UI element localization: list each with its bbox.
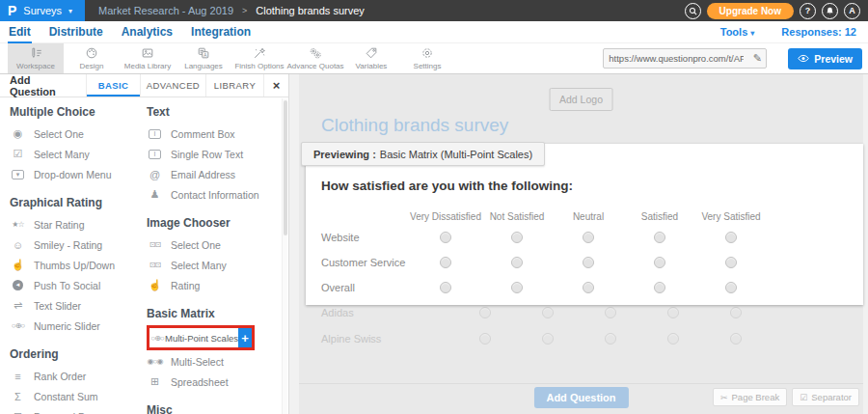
- question-type-smiley-rating[interactable]: ☺ Smiley - Rating: [10, 235, 147, 255]
- nav-tab-integration[interactable]: Integration: [190, 22, 252, 41]
- question-type-text-slider[interactable]: ⇌ Text Slider: [10, 295, 147, 316]
- tab-library[interactable]: LIBRARY: [205, 74, 263, 97]
- question-type-image-select-many[interactable]: ⊡⊡ Select Many: [147, 255, 282, 275]
- question-type-push-to-social[interactable]: ◄ Push To Social: [10, 275, 147, 295]
- question-type-constant-sum[interactable]: Σ Constant Sum: [10, 386, 147, 406]
- panel-body: Multiple Choice ◉ Select One ☑ Select Ma…: [0, 97, 288, 414]
- nav-right: Tools ▾ Responses: 12: [720, 26, 868, 38]
- toolbar-item-variables[interactable]: Variables: [343, 43, 399, 73]
- nav-tab-distribute[interactable]: Distribute: [48, 22, 104, 41]
- question-type-image-rating[interactable]: ☝ Rating: [147, 275, 282, 295]
- help-button[interactable]: ?: [800, 3, 816, 19]
- radio-button[interactable]: [511, 232, 523, 243]
- notifications-button[interactable]: [822, 3, 838, 19]
- questionpro-logo: P: [8, 4, 16, 17]
- radio-button[interactable]: [583, 282, 594, 293]
- previewing-label: Previewing :: [313, 149, 376, 160]
- radio-button[interactable]: [440, 257, 451, 268]
- radio-button[interactable]: [440, 232, 451, 243]
- radio-button[interactable]: [725, 232, 737, 243]
- radio-button[interactable]: [583, 257, 594, 268]
- toolbar-item-languages[interactable]: A Languages: [176, 43, 231, 73]
- question-type-select-one[interactable]: ◉ Select One: [10, 124, 147, 144]
- question-type-comment-box[interactable]: I Comment Box: [147, 124, 282, 144]
- nav-tab-analytics[interactable]: Analytics: [121, 22, 174, 41]
- radio-button[interactable]: [654, 282, 665, 293]
- radio-button[interactable]: [654, 232, 665, 243]
- question-type-contact-information[interactable]: ♟ Contact Information: [147, 184, 282, 205]
- question-type-select-many[interactable]: ☑ Select Many: [10, 144, 147, 164]
- survey-url-input[interactable]: [604, 53, 748, 64]
- tools-menu[interactable]: Tools ▾: [720, 26, 755, 38]
- radio-button: [667, 307, 679, 318]
- section-graphical-rating: Graphical Rating: [10, 196, 147, 209]
- question-type-multi-point-scales[interactable]: ○⊕○ Multi-Point Scales +: [147, 325, 255, 350]
- question-type-rank-order[interactable]: ≡ Rank Order: [10, 366, 147, 386]
- question-type-email-address[interactable]: @ Email Address: [147, 164, 282, 184]
- question-type-thumbs-up-down[interactable]: ☝ Thumbs Up/Down: [10, 255, 147, 275]
- survey-title: Clothing brands survey: [321, 115, 508, 136]
- panel-scrollbar[interactable]: [282, 98, 287, 414]
- question-type-drag-and-drop[interactable]: ⊞ Drag and Drop: [10, 406, 147, 414]
- add-question-button[interactable]: Add Question: [533, 387, 628, 408]
- tab-basic[interactable]: BASIC: [86, 74, 140, 97]
- radio-button[interactable]: [511, 257, 523, 268]
- person-icon: ♟: [147, 188, 163, 201]
- tag-icon: [365, 46, 378, 60]
- separator-icon: ☑: [800, 393, 807, 402]
- chevron-down-icon: ▾: [750, 29, 754, 38]
- radio-button[interactable]: [583, 232, 594, 243]
- drag-icon: ⊞: [10, 410, 26, 414]
- page-break-button[interactable]: ✂ Page Break: [713, 388, 787, 406]
- add-logo-button[interactable]: Add Logo: [549, 88, 613, 111]
- add-question-type-button[interactable]: +: [238, 328, 252, 347]
- radio-button[interactable]: [725, 257, 737, 268]
- product-menu-label: Surveys: [23, 5, 62, 16]
- toolbar-item-finish-options[interactable]: Finish Options: [231, 43, 287, 73]
- radio-button[interactable]: [725, 282, 737, 293]
- question-type-star-rating[interactable]: ★☆ Star Rating: [10, 214, 147, 235]
- search-button[interactable]: [685, 3, 701, 19]
- multi-point-icon: ○⊕○: [149, 334, 165, 343]
- tab-advanced[interactable]: ADVANCED: [140, 74, 205, 97]
- question-type-spreadsheet[interactable]: ⊞ Spreadsheet: [147, 372, 282, 392]
- question-type-image-select-one[interactable]: ⊡⊡ Select One: [147, 235, 282, 255]
- scrollbar-thumb[interactable]: [284, 100, 287, 235]
- question-type-multi-select[interactable]: ◉○◉ Multi-Select: [147, 351, 282, 372]
- chevron-down-icon: ▾: [68, 7, 72, 15]
- toolbar-item-settings[interactable]: Settings: [399, 43, 455, 73]
- matrix-table: Very Dissatisfied Not Satisfied Neutral …: [321, 207, 863, 300]
- avatar[interactable]: A: [844, 3, 860, 19]
- close-icon[interactable]: ×: [263, 74, 288, 97]
- preview-button[interactable]: Preview: [788, 48, 862, 69]
- question-type-single-row-text[interactable]: I Single Row Text: [147, 144, 282, 164]
- nav-tab-edit[interactable]: Edit: [8, 22, 32, 41]
- question-type-dropdown-menu[interactable]: ▾ Drop-down Menu: [10, 164, 147, 184]
- radio-button[interactable]: [440, 282, 451, 293]
- bell-icon: [826, 7, 834, 15]
- top-bar: P Surveys ▾ Market Research - Aug 2019 >…: [0, 0, 868, 21]
- matrix-row-customer-service: Customer Service: [321, 250, 863, 275]
- product-menu[interactable]: P Surveys ▾: [0, 0, 85, 21]
- radio-button: [730, 333, 742, 345]
- faded-row-label: Alpine Swiss: [321, 333, 453, 345]
- responses-count[interactable]: Responses: 12: [781, 26, 856, 38]
- palette-icon: [85, 46, 98, 60]
- upgrade-now-button[interactable]: Upgrade Now: [707, 3, 794, 19]
- toolbar-item-advance-quotas[interactable]: Advance Quotas: [287, 43, 343, 73]
- radio-button: [605, 307, 616, 318]
- radio-button[interactable]: [654, 257, 665, 268]
- radio-icon: ◉: [10, 127, 26, 140]
- breadcrumb-parent[interactable]: Market Research - Aug 2019: [98, 5, 233, 16]
- slider-icon: ⇌: [10, 299, 26, 312]
- toolbar-item-media-library[interactable]: Media Library: [120, 43, 176, 73]
- toolbar-item-design[interactable]: Design: [64, 43, 120, 73]
- matrix-row-label: Overall: [321, 282, 410, 293]
- at-icon: @: [147, 169, 163, 180]
- edit-url-icon[interactable]: ✎: [748, 52, 766, 65]
- question-type-numeric-slider[interactable]: ○⊕○ Numeric Slider: [10, 316, 147, 336]
- toolbar-item-workspace[interactable]: Workspace: [8, 43, 64, 73]
- separator-button[interactable]: ☑ Separator: [792, 388, 859, 406]
- radio-button[interactable]: [511, 282, 523, 293]
- section-misc: Misc: [147, 403, 282, 414]
